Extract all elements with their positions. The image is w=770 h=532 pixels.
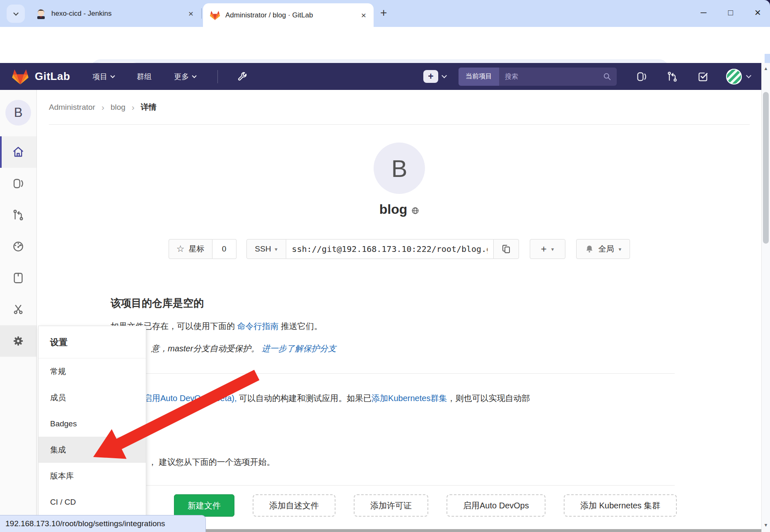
gitlab-favicon-icon bbox=[210, 10, 220, 21]
chevron-down-icon bbox=[111, 73, 115, 78]
cli-guide-link[interactable]: 命令行指南 bbox=[237, 322, 279, 331]
tab-title: hexo-cicd - Jenkins bbox=[51, 10, 181, 18]
add-license-button[interactable]: 添加许可证 bbox=[354, 494, 428, 517]
nav-groups-label: 群组 bbox=[137, 72, 152, 82]
add-kubernetes-button[interactable]: 添加 Kubernetes 集群 bbox=[564, 494, 677, 517]
protected-branch-pre: 意，master分支自动受保护。 bbox=[151, 344, 262, 353]
close-window-button[interactable]: × bbox=[755, 7, 761, 18]
global-search[interactable]: 当前项目 bbox=[459, 68, 617, 86]
tab-title: Administrator / blog · GitLab bbox=[225, 11, 354, 19]
gitlab-navbar: GitLab 项目 群组 更多 + 当前项目 bbox=[0, 63, 761, 90]
nav-more[interactable]: 更多 bbox=[174, 72, 196, 82]
browser-tab-strip: hexo-cicd - Jenkins × Administrator / bl… bbox=[0, 0, 770, 27]
settings-item-cicd[interactable]: CI / CD bbox=[39, 489, 146, 515]
enable-autodevops-button[interactable]: 启用Auto DevOps bbox=[447, 494, 546, 517]
tab-jenkins[interactable]: hexo-cicd - Jenkins × bbox=[29, 0, 201, 27]
star-icon: ☆ bbox=[176, 244, 185, 254]
breadcrumb: Administrator › blog › 详情 bbox=[49, 90, 750, 125]
empty-repo-title: 该项目的仓库是空的 bbox=[111, 296, 204, 310]
enable-autodevops-link[interactable]: 启用Auto DevOps (Beta), bbox=[144, 394, 237, 403]
chevron-down-icon[interactable] bbox=[746, 73, 751, 78]
settings-item-integrations[interactable]: 集成 bbox=[39, 437, 146, 463]
search-input[interactable] bbox=[499, 73, 603, 80]
maximize-button[interactable]: □ bbox=[728, 8, 733, 17]
nav-groups[interactable]: 群组 bbox=[137, 72, 152, 82]
add-readme-button[interactable]: 添加自述文件 bbox=[253, 494, 336, 517]
new-file-button[interactable]: 新建文件 bbox=[174, 494, 234, 517]
star-label: 星标 bbox=[189, 244, 205, 254]
navbar-divider bbox=[217, 70, 218, 83]
gitlab-logo-icon[interactable] bbox=[12, 68, 29, 85]
search-scope-chip[interactable]: 当前项目 bbox=[459, 68, 499, 86]
new-tab-button[interactable]: + bbox=[380, 6, 387, 19]
close-icon[interactable]: × bbox=[188, 9, 193, 18]
caret-down-icon: ▾ bbox=[275, 247, 278, 252]
clone-url-input[interactable] bbox=[286, 239, 493, 259]
settings-item-badges[interactable]: Badges bbox=[39, 411, 146, 437]
sidebar-item-overview[interactable] bbox=[0, 136, 36, 168]
new-plus-button[interactable]: + bbox=[423, 70, 438, 83]
breadcrumb-sep-icon: › bbox=[101, 102, 104, 112]
sidebar-item-cicd[interactable] bbox=[0, 231, 36, 262]
admin-wrench-icon[interactable] bbox=[237, 71, 248, 82]
add-kubernetes-link[interactable]: 添加Kubernetes群集 bbox=[372, 394, 447, 403]
merge-requests-icon[interactable] bbox=[666, 71, 678, 82]
settings-item-general[interactable]: 常规 bbox=[39, 358, 146, 384]
sidebar-item-snippets[interactable] bbox=[0, 294, 36, 325]
status-bar-url: 192.168.173.10/root/blog/settings/integr… bbox=[0, 515, 206, 532]
snippets-scissors-icon bbox=[12, 303, 24, 316]
nav-more-label: 更多 bbox=[174, 72, 189, 82]
copy-url-button[interactable] bbox=[493, 239, 519, 259]
user-avatar[interactable] bbox=[726, 69, 742, 85]
bottom-window-edge bbox=[206, 529, 770, 532]
plus-icon: + bbox=[541, 243, 547, 255]
project-sidebar-avatar[interactable]: B bbox=[5, 100, 31, 126]
protocol-label: SSH bbox=[255, 244, 271, 254]
bell-icon bbox=[585, 244, 594, 254]
public-globe-icon bbox=[411, 207, 419, 215]
active-indicator bbox=[0, 136, 2, 168]
settings-item-members[interactable]: 成员 bbox=[39, 384, 146, 411]
settings-item-repository[interactable]: 版本库 bbox=[39, 463, 146, 489]
sidebar-item-settings[interactable] bbox=[0, 325, 36, 357]
issues-icon[interactable] bbox=[636, 71, 647, 82]
home-icon bbox=[12, 146, 24, 158]
caret-down-icon: ▾ bbox=[619, 247, 622, 252]
notification-dropdown-button[interactable]: 全局 ▾ bbox=[576, 239, 630, 259]
chevron-down-icon bbox=[192, 73, 197, 78]
add-dropdown-button[interactable]: + ▾ bbox=[530, 239, 565, 259]
breadcrumb-item-blog[interactable]: blog bbox=[111, 103, 126, 112]
star-count-button[interactable]: 0 bbox=[212, 239, 237, 259]
nav-projects[interactable]: 项目 bbox=[92, 72, 114, 82]
search-icon bbox=[603, 72, 612, 81]
todos-icon[interactable] bbox=[697, 71, 709, 82]
gitlab-brand[interactable]: GitLab bbox=[35, 70, 70, 83]
settings-flyout-menu: 设置 常规 成员 Badges 集成 版本库 CI / CD bbox=[38, 326, 146, 532]
push-hint-post: 推送它们。 bbox=[279, 322, 323, 331]
protected-branch-link[interactable]: 进一步了解保护分支 bbox=[262, 344, 336, 353]
window-controls: ─ □ × bbox=[701, 0, 761, 25]
merge-requests-icon bbox=[12, 209, 24, 221]
vertical-scrollbar[interactable]: ▲ ▼ bbox=[761, 63, 770, 532]
star-button[interactable]: ☆ 星标 bbox=[169, 239, 212, 259]
protocol-dropdown[interactable]: SSH ▾ bbox=[246, 239, 286, 259]
sidebar-item-merge-requests[interactable] bbox=[0, 199, 36, 231]
autodevops-mid: 可以自动的构建和测试应用。如果已 bbox=[237, 394, 372, 403]
sidebar-item-wiki[interactable] bbox=[0, 262, 36, 294]
browser-address-bar: ← → ⚠ 不安全 192.168.173.10/root/blog ☆ bbox=[0, 27, 770, 63]
protected-branch-line: 意，master分支自动受保护。 进一步了解保护分支 bbox=[151, 343, 336, 354]
sidebar-item-issues[interactable] bbox=[0, 168, 36, 199]
chevron-down-icon[interactable] bbox=[442, 73, 447, 78]
suggestion-line: ， 建议您从下面的一个选项开始。 bbox=[148, 457, 275, 468]
nav-projects-label: 项目 bbox=[92, 72, 107, 82]
tab-gitlab[interactable]: Administrator / blog · GitLab × bbox=[203, 3, 374, 27]
scroll-up-icon[interactable]: ▲ bbox=[762, 66, 770, 71]
scrollbar-thumb[interactable] bbox=[763, 92, 769, 244]
minimize-button[interactable]: ─ bbox=[701, 8, 707, 17]
breadcrumb-item-administrator[interactable]: Administrator bbox=[49, 103, 95, 112]
settings-menu-title: 设置 bbox=[39, 326, 146, 358]
tab-search-button[interactable] bbox=[7, 5, 25, 23]
scroll-down-icon[interactable]: ▼ bbox=[762, 522, 770, 527]
project-title-row: blog bbox=[37, 202, 761, 217]
close-icon[interactable]: × bbox=[361, 11, 366, 19]
